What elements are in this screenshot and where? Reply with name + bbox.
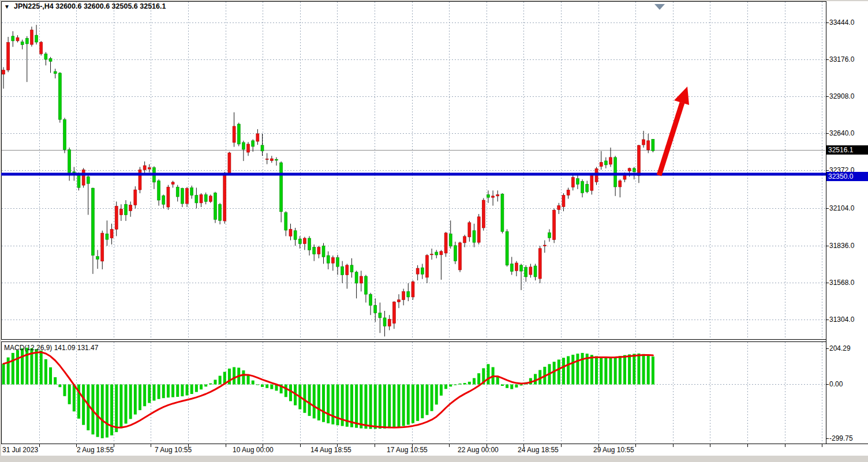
macd-bar xyxy=(652,356,654,384)
candle xyxy=(21,42,24,45)
candle xyxy=(590,175,593,190)
candle xyxy=(119,209,122,215)
candle xyxy=(270,159,273,161)
macd-bar xyxy=(12,353,14,385)
candle xyxy=(12,36,14,41)
candle xyxy=(431,254,433,255)
chart-canvas[interactable] xyxy=(0,0,868,462)
time-axis-label[interactable]: 10 Aug 00:00 xyxy=(233,445,274,455)
macd-bar xyxy=(176,385,179,397)
macd-bar xyxy=(143,385,146,407)
candle xyxy=(219,204,222,220)
macd-bar xyxy=(454,385,457,385)
candle xyxy=(652,139,654,151)
candle xyxy=(360,276,362,283)
candle xyxy=(294,231,297,240)
candle xyxy=(115,206,118,229)
candle xyxy=(487,194,489,197)
candle xyxy=(468,223,471,237)
time-axis-label[interactable]: 2 Aug 18:55 xyxy=(77,445,114,455)
macd-bar xyxy=(270,385,273,389)
candle xyxy=(298,239,301,243)
macd-axis-label: 0.00 xyxy=(829,380,843,389)
time-axis-label[interactable]: 22 Aug 00:00 xyxy=(458,445,499,455)
candle xyxy=(181,189,184,204)
candle xyxy=(280,163,283,212)
candle xyxy=(515,263,518,271)
candle xyxy=(463,236,466,243)
macd-bar xyxy=(553,362,556,384)
macd-bar xyxy=(96,385,99,437)
candle xyxy=(148,168,151,169)
macd-bar xyxy=(129,385,132,419)
candle xyxy=(506,231,508,265)
price-axis-label: 32908.0 xyxy=(829,92,854,101)
time-axis-label[interactable]: 31 Jul 2023 xyxy=(2,445,38,455)
macd-bar xyxy=(571,355,574,384)
macd-bar xyxy=(21,348,24,384)
macd-bar xyxy=(148,385,151,403)
candle xyxy=(247,144,250,152)
candle xyxy=(327,256,330,263)
price-axis-label: 31304.0 xyxy=(829,315,854,324)
macd-bar xyxy=(313,385,316,419)
macd-bar xyxy=(510,385,513,389)
macd-bar xyxy=(647,355,650,385)
candle xyxy=(171,182,174,185)
macd-bar xyxy=(388,385,391,429)
chart-window: { "title": { "marker_icon": "▼", "text":… xyxy=(0,0,868,462)
macd-bar xyxy=(477,373,480,384)
candle xyxy=(628,168,631,171)
candle xyxy=(158,181,160,200)
macd-bar xyxy=(308,385,311,416)
candle xyxy=(609,157,612,164)
candle xyxy=(190,187,193,195)
macd-bar xyxy=(619,356,622,384)
candle xyxy=(186,189,189,204)
price-axis-label: 32640.0 xyxy=(829,129,854,138)
symbol-dropdown-icon[interactable]: ▼ xyxy=(4,2,10,12)
macd-bar xyxy=(16,350,19,384)
macd-bar xyxy=(364,385,367,429)
macd-bar xyxy=(600,357,603,384)
macd-bar xyxy=(134,385,137,415)
macd-bar xyxy=(402,385,405,426)
price-axis-label: 31836.0 xyxy=(829,241,854,250)
candle xyxy=(496,194,499,196)
time-axis-label[interactable]: 14 Aug 18:55 xyxy=(310,445,351,455)
candle xyxy=(237,124,240,144)
support-level-line[interactable] xyxy=(1,173,826,176)
candle xyxy=(398,300,401,302)
macd-bar xyxy=(186,385,189,396)
candle xyxy=(379,313,381,318)
candle xyxy=(265,159,268,160)
candle xyxy=(534,266,537,277)
candle xyxy=(125,204,128,215)
macd-bar xyxy=(567,356,570,385)
macd-bar xyxy=(520,385,523,386)
time-axis-label[interactable]: 24 Aug 18:55 xyxy=(518,445,559,455)
candle xyxy=(383,318,386,326)
candle xyxy=(91,188,94,256)
time-axis-label[interactable]: 29 Aug 10:55 xyxy=(593,445,634,455)
macd-bar xyxy=(623,355,626,385)
time-axis-label[interactable]: 17 Aug 10:55 xyxy=(387,445,428,455)
candle xyxy=(58,73,61,119)
macd-bar xyxy=(261,385,264,387)
candle xyxy=(586,184,589,191)
macd-bar xyxy=(252,381,255,385)
macd-bar xyxy=(463,383,466,384)
candle xyxy=(473,231,476,242)
candle xyxy=(642,140,645,145)
macd-bar xyxy=(2,364,5,385)
candle xyxy=(134,190,137,205)
macd-bar xyxy=(101,385,104,438)
time-axis-label[interactable]: 7 Aug 10:55 xyxy=(155,445,192,455)
macd-bar xyxy=(534,374,537,384)
macd-bar xyxy=(590,355,593,384)
candle xyxy=(77,174,80,187)
candle xyxy=(317,247,320,254)
candle xyxy=(492,196,495,197)
macd-bar xyxy=(125,385,128,424)
level-price-tag[interactable]: 32350.0 xyxy=(826,172,868,181)
